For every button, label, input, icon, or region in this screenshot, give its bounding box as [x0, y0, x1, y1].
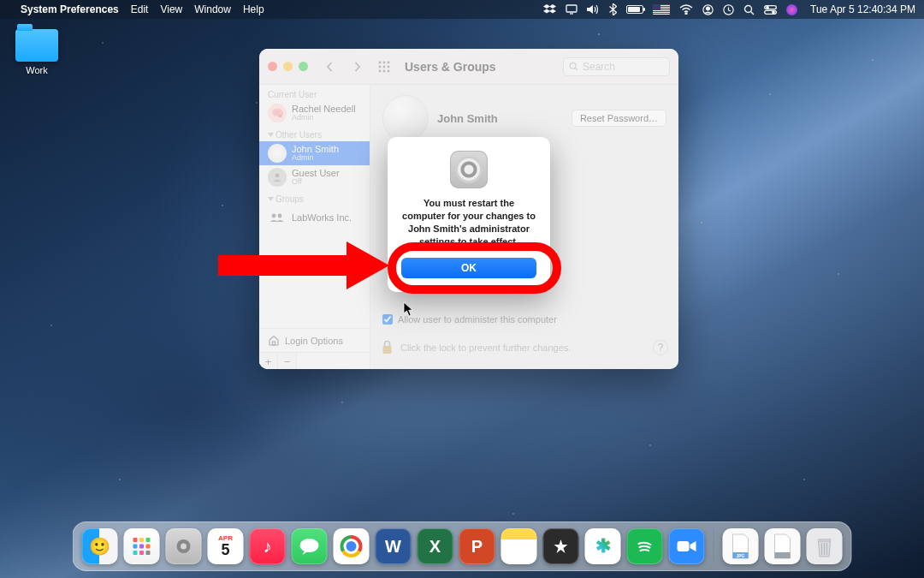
dock-item-chrome[interactable]	[334, 528, 370, 564]
menu-edit[interactable]: Edit	[131, 3, 149, 15]
current-user-label: Current User	[259, 85, 370, 101]
sidebar-item-current-user[interactable]: 🧠 Rachel Needell Admin	[259, 101, 370, 125]
svg-rect-34	[133, 538, 138, 542]
svg-rect-31	[273, 342, 275, 345]
dock-item-spotify[interactable]	[627, 528, 663, 564]
dock-item-trash[interactable]	[807, 528, 843, 564]
svg-point-29	[272, 214, 276, 218]
lock-row: Click the lock to prevent further change…	[381, 335, 668, 361]
allow-admin-checkbox-input[interactable]	[382, 314, 393, 325]
lock-icon[interactable]	[381, 340, 394, 355]
login-options-button[interactable]: Login Options	[259, 328, 370, 352]
window-fullscreen-button[interactable]	[299, 62, 308, 71]
svg-marker-1	[549, 4, 556, 9]
app-name[interactable]: System Preferences	[21, 3, 119, 15]
svg-point-7	[685, 13, 687, 15]
ok-button[interactable]: OK	[401, 258, 536, 278]
svg-rect-39	[146, 545, 151, 549]
input-flag-icon[interactable]	[653, 4, 670, 15]
dock-item-launchpad[interactable]	[124, 528, 160, 564]
add-user-button[interactable]: +	[259, 353, 278, 369]
control-center-icon[interactable]	[764, 5, 777, 15]
desktop-folder-work[interactable]: Work	[9, 29, 65, 75]
dock-separator	[714, 529, 714, 563]
dropbox-icon[interactable]	[543, 4, 556, 15]
system-menubar: System Preferences Edit View Window Help…	[0, 0, 924, 19]
svg-rect-38	[139, 545, 144, 549]
dock-item-file-1[interactable]: JPG	[723, 528, 759, 564]
clock-icon[interactable]	[723, 4, 734, 15]
nav-forward-button[interactable]	[347, 57, 366, 77]
user-avatar[interactable]	[382, 95, 429, 141]
group-icon	[268, 208, 287, 227]
sidebar-item-group[interactable]: LabWorks Inc.	[259, 206, 370, 229]
svg-point-23	[379, 69, 382, 72]
dock-item-messages[interactable]	[292, 528, 328, 564]
svg-rect-35	[139, 538, 144, 542]
dock-item-app-dark[interactable]	[543, 528, 579, 564]
dock-item-calendar[interactable]: APR5	[208, 528, 244, 564]
screen-mirror-icon[interactable]	[566, 4, 578, 15]
bluetooth-icon[interactable]	[609, 3, 617, 15]
dock-item-notes[interactable]	[501, 528, 537, 564]
lock-text: Click the lock to prevent further change…	[400, 343, 571, 353]
dock-item-music[interactable]: ♪	[250, 528, 286, 564]
svg-point-21	[383, 65, 386, 68]
svg-rect-49	[775, 552, 791, 558]
sidebar-item-guest-user[interactable]: Guest User Off	[259, 165, 370, 189]
restart-required-dialog: You must restart the computer for your c…	[388, 137, 550, 292]
help-button[interactable]: ?	[653, 340, 668, 355]
nav-back-button[interactable]	[320, 57, 339, 77]
window-minimize-button[interactable]	[283, 62, 293, 71]
svg-rect-46	[678, 541, 690, 551]
remove-user-button[interactable]: −	[278, 353, 297, 369]
svg-point-44	[181, 544, 187, 550]
system-preferences-window: Users & Groups Search Current User 🧠 Rac…	[259, 49, 678, 369]
user-role: Admin	[292, 114, 356, 122]
svg-line-27	[575, 68, 578, 70]
show-all-button[interactable]	[375, 57, 394, 77]
menu-window[interactable]: Window	[194, 3, 231, 15]
dock-item-file-2[interactable]	[765, 528, 801, 564]
search-icon	[569, 62, 578, 71]
other-users-label: Other Users	[259, 125, 370, 141]
svg-point-25	[388, 69, 390, 72]
reset-password-button[interactable]: Reset Password…	[572, 110, 666, 127]
svg-marker-6	[587, 5, 593, 14]
window-close-button[interactable]	[268, 62, 277, 71]
users-sidebar: Current User 🧠 Rachel Needell Admin Othe…	[259, 85, 370, 369]
svg-point-15	[767, 6, 768, 8]
menu-view[interactable]: View	[160, 3, 182, 15]
dock-item-finder[interactable]: 🙂	[82, 528, 118, 564]
system-preferences-icon	[450, 151, 488, 188]
spotlight-icon[interactable]	[743, 4, 755, 15]
battery-icon[interactable]	[626, 5, 643, 14]
dock-item-system-preferences[interactable]	[166, 528, 202, 564]
dock-item-excel[interactable]: X	[418, 528, 453, 564]
sidebar-item-john-smith[interactable]: John Smith Admin	[259, 141, 370, 165]
user-role: Admin	[292, 154, 339, 163]
dock-item-powerpoint[interactable]: P	[459, 528, 495, 564]
svg-marker-2	[543, 9, 550, 13]
avatar	[268, 168, 287, 187]
wifi-icon[interactable]	[679, 4, 693, 15]
search-input[interactable]: Search	[563, 57, 670, 76]
house-icon	[268, 335, 280, 346]
dock-item-word[interactable]: W	[376, 528, 412, 564]
user-icon[interactable]	[702, 4, 714, 15]
svg-point-19	[388, 61, 390, 63]
volume-icon[interactable]	[587, 4, 600, 15]
svg-point-16	[773, 11, 774, 13]
search-placeholder: Search	[583, 61, 615, 73]
dock-item-zoom[interactable]	[669, 528, 705, 564]
menubar-clock[interactable]: Tue Apr 5 12:40:34 PM	[810, 3, 915, 15]
svg-marker-3	[549, 9, 556, 13]
dock-item-slack[interactable]: ✱	[585, 528, 621, 564]
desktop-folder-label: Work	[9, 65, 65, 75]
avatar	[268, 144, 287, 163]
svg-point-28	[275, 174, 280, 178]
siri-icon[interactable]	[786, 4, 797, 15]
menu-help[interactable]: Help	[243, 3, 264, 15]
svg-rect-41	[139, 551, 144, 555]
svg-point-9	[707, 7, 710, 10]
